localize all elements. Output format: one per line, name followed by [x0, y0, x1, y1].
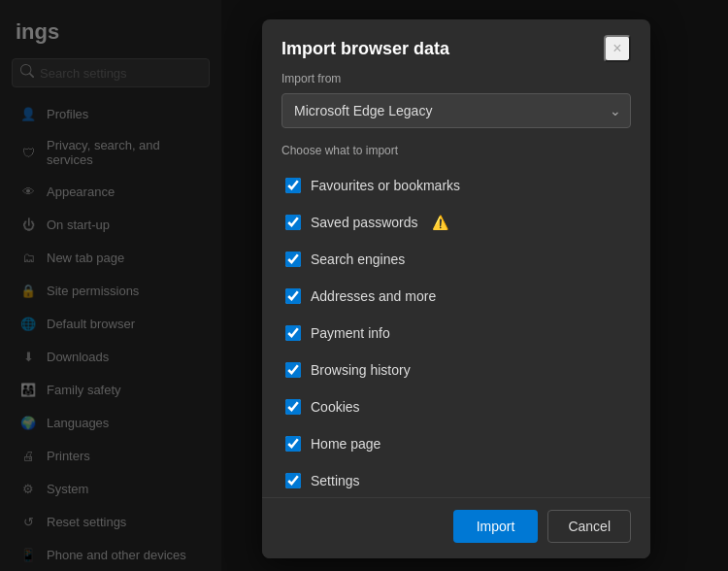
checkbox-favourites[interactable]: [285, 178, 301, 193]
choose-what-label: Choose what to import: [281, 144, 631, 157]
import-button[interactable]: Import: [453, 510, 539, 543]
checkbox-history[interactable]: [285, 362, 301, 378]
import-option-history[interactable]: Browsing history: [281, 353, 617, 386]
warning-icon: ⚠️: [432, 215, 448, 230]
import-option-label-history: Browsing history: [311, 362, 411, 378]
import-option-label-cookies: Cookies: [311, 399, 360, 415]
import-option-searchengines[interactable]: Search engines: [281, 243, 617, 276]
modal-title: Import browser data: [281, 39, 449, 59]
import-from-label: Import from: [281, 72, 631, 85]
import-option-label-favourites: Favourites or bookmarks: [311, 178, 460, 193]
checkbox-passwords[interactable]: [285, 215, 301, 230]
import-browser-data-dialog: Import browser data × Import from Micros…: [262, 19, 650, 558]
checkbox-settings[interactable]: [285, 473, 301, 488]
import-option-payment[interactable]: Payment info: [281, 317, 617, 350]
import-option-label-payment: Payment info: [311, 325, 390, 341]
import-option-settings[interactable]: Settings: [281, 464, 617, 497]
cancel-button[interactable]: Cancel: [547, 510, 631, 543]
modal-body: Import from Microsoft Edge LegacyGoogle …: [262, 72, 650, 497]
import-option-cookies[interactable]: Cookies: [281, 390, 617, 423]
import-option-favourites[interactable]: Favourites or bookmarks: [281, 169, 617, 202]
import-source-dropdown[interactable]: Microsoft Edge LegacyGoogle ChromeMozill…: [281, 93, 631, 128]
import-option-label-searchengines: Search engines: [311, 252, 405, 267]
checkbox-addresses[interactable]: [285, 288, 301, 304]
import-option-addresses[interactable]: Addresses and more: [281, 280, 617, 313]
checkbox-searchengines[interactable]: [285, 252, 301, 267]
checkbox-homepage[interactable]: [285, 436, 301, 452]
import-option-label-homepage: Home page: [311, 436, 381, 452]
close-button[interactable]: ×: [604, 35, 631, 62]
import-options-list: Favourites or bookmarksSaved passwords⚠️…: [281, 169, 631, 497]
import-source-container: Microsoft Edge LegacyGoogle ChromeMozill…: [281, 93, 631, 128]
checkbox-cookies[interactable]: [285, 399, 301, 415]
import-option-homepage[interactable]: Home page: [281, 427, 617, 460]
checkbox-payment[interactable]: [285, 325, 301, 341]
import-option-passwords[interactable]: Saved passwords⚠️: [281, 206, 617, 239]
modal-footer: Import Cancel: [262, 497, 650, 558]
import-option-label-settings: Settings: [311, 473, 360, 488]
modal-header: Import browser data ×: [262, 19, 650, 72]
import-option-label-passwords: Saved passwords: [311, 215, 418, 230]
import-option-label-addresses: Addresses and more: [311, 288, 436, 304]
